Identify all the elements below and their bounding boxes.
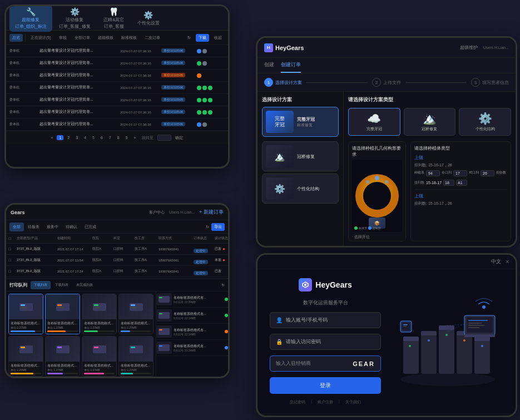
- queue-item[interactable]: 名称标签系统格式... 单位:1.27MB: [45, 336, 80, 377]
- table-row[interactable]: 委单机 超出量考量设计牙冠代理简单... 2024-07-27 07:36:36…: [6, 45, 228, 57]
- nav-item-ortho[interactable]: 🦷 正畸&其它 订单_客服: [97, 6, 131, 32]
- toolbar-download[interactable]: 下载: [196, 34, 209, 42]
- password-field[interactable]: 🔒 请输入访问密码: [270, 334, 381, 350]
- table-row[interactable]: 委单机 超出量考量设计牙冠代理简单... 2024-07-27 07:36:36…: [6, 94, 228, 106]
- nav-item-repair[interactable]: 🔧 超能修复 订单_组织_标注: [9, 6, 52, 32]
- design-card-custom[interactable]: ⚙️ 个性化结构: [262, 174, 339, 204]
- right-list-item[interactable]: 名称标签系统格式名... 8月11号 22:34MB: [156, 340, 228, 356]
- row-checkbox[interactable]: ☐: [8, 247, 15, 251]
- queue-header: 打印队列 下载列表 下载列表 未完成列表 ↻: [6, 279, 228, 291]
- table-row[interactable]: 委单机 超出量考量设计牙冠代理简单... 2024-07-27 07:36:36…: [6, 70, 228, 82]
- toolbar-reorder[interactable]: 二次订单: [142, 34, 163, 42]
- next-page[interactable]: »: [132, 135, 138, 140]
- user-info[interactable]: Users H.Lian...: [483, 46, 509, 50]
- row-checkbox[interactable]: ☐: [8, 269, 15, 273]
- page-6[interactable]: 6: [98, 135, 105, 140]
- option-card-custom[interactable]: ⚙️ 个性化结构: [459, 108, 511, 136]
- table-row[interactable]: 委单机 超出量考量设计牙冠代理简单... 2024-07-27 07:36:36…: [6, 106, 228, 118]
- close-btn[interactable]: ×: [506, 259, 509, 265]
- prev-page[interactable]: «: [49, 135, 56, 140]
- right-list-item[interactable]: 名称标签系统格式名... 8月11号 22:34MB: [156, 324, 228, 340]
- nav-item-activity[interactable]: ⚙️ 活动修复 订单_客服_修复: [53, 6, 96, 32]
- queue-tab-download[interactable]: 下载列表: [52, 281, 72, 289]
- spec-input-4[interactable]: [443, 180, 454, 186]
- right-list-item[interactable]: 名称标签系统格式名... 8月11号 22:34MB: [156, 291, 228, 308]
- toolbar-designing[interactable]: 正在设计(5): [28, 34, 54, 42]
- nav-maintenance[interactable]: 超级维护: [460, 45, 478, 51]
- right-item-svg4: [158, 343, 170, 353]
- table-row[interactable]: ☐ 2727_BL2_版版 2021.07.07 17:14 医院A 口腔科 技…: [6, 244, 228, 255]
- toolbar-super-template[interactable]: 超能模板: [95, 34, 116, 42]
- spec-input-3[interactable]: [481, 170, 494, 176]
- svg-rect-30: [159, 344, 170, 351]
- page-8[interactable]: 8: [115, 135, 122, 140]
- toolbar-collapse[interactable]: 收起: [211, 34, 225, 42]
- queue-item[interactable]: 名称标签系统格式... 单位:1.27MB: [8, 336, 43, 377]
- tab-in-service[interactable]: 服务中: [43, 223, 62, 231]
- table-row[interactable]: ☐ 2727_BL2_版版 2021.07.07 17:24 医院A 口腔科 技…: [6, 266, 228, 277]
- queue-refresh[interactable]: ↻: [221, 283, 225, 288]
- status-alert-icon: ●: [222, 246, 225, 251]
- login-button[interactable]: 登录: [270, 377, 381, 394]
- spec-label-range: 排列数: [414, 180, 424, 185]
- tab-create[interactable]: 创建: [264, 58, 274, 73]
- spec-input-2[interactable]: [453, 170, 467, 176]
- cell-status: [197, 61, 225, 66]
- queue-item[interactable]: 名称标签系统格式... 单位:1.27MB: [82, 294, 117, 334]
- forgot-password-link[interactable]: 忘记密码: [290, 399, 305, 405]
- nav-item-settings[interactable]: ⚙️ 个性化设置: [132, 8, 165, 28]
- bl-user[interactable]: Users H.Lian...: [169, 210, 195, 214]
- row-checkbox[interactable]: ☐: [8, 258, 15, 262]
- about-link[interactable]: 关于我们: [345, 399, 361, 405]
- refresh-btn[interactable]: ↻: [204, 223, 211, 231]
- table-row[interactable]: 委单机 超出量考量设计牙冠代理简单... 2024-07-27 07:36:36…: [6, 82, 228, 94]
- queue-tab-incomplete[interactable]: 未完成列表: [73, 281, 96, 289]
- add-new-btn[interactable]: + 新建订单: [199, 209, 224, 216]
- svg-rect-26: [159, 312, 170, 319]
- tab-confirm[interactable]: 待确认: [62, 223, 81, 231]
- queue-tab-downloaded[interactable]: 下载列表: [31, 281, 51, 289]
- page-5[interactable]: 5: [90, 135, 97, 140]
- page-1[interactable]: 1: [57, 135, 63, 140]
- page-2[interactable]: 2: [65, 135, 72, 140]
- page-7[interactable]: 7: [107, 135, 113, 140]
- table-row[interactable]: 委单机 超出量考量设计牙冠代理简单... 2024-07-27 07:36:36…: [6, 57, 228, 70]
- page-4[interactable]: 4: [82, 135, 88, 140]
- link-sep2: |: [339, 399, 340, 405]
- queue-item[interactable]: 名称标签系统格式... 单位:1.27MB: [82, 336, 117, 377]
- spec-input-5[interactable]: [456, 180, 467, 186]
- bl-user-center[interactable]: 客户中心: [149, 210, 165, 215]
- lang-selector[interactable]: 中文: [491, 258, 501, 265]
- row-contact: 18907643041: [159, 259, 192, 262]
- export-btn[interactable]: 导出: [211, 223, 225, 231]
- spec-input-1[interactable]: [426, 170, 440, 176]
- right-list-item[interactable]: 名称标签系统格式名... 8月11号 22:34MB: [156, 308, 228, 324]
- tab-create-order[interactable]: 创建订单: [281, 58, 301, 73]
- svg-rect-5: [21, 304, 25, 306]
- username-field[interactable]: 👤 输入账号/手机号码: [270, 312, 381, 328]
- option-card-bridge[interactable]: 🏔️ 冠桥修复: [404, 108, 456, 136]
- dealer-field[interactable]: 输入入驻经销商 GEAR: [270, 355, 381, 372]
- page-3[interactable]: 3: [73, 135, 80, 140]
- table-row[interactable]: 委单机 超出量考量设计牙冠代理简单... 2024-07-27 07:36:36…: [6, 118, 228, 131]
- toolbar-refresh[interactable]: ↻: [185, 34, 194, 41]
- page-9[interactable]: 9: [123, 135, 130, 140]
- option-card-crown[interactable]: ☁️ 完整牙冠: [348, 108, 400, 136]
- toolbar-review[interactable]: 审核: [56, 34, 70, 42]
- queue-item[interactable]: 名称标签系统格式... 单位:1.27MB: [118, 294, 153, 334]
- queue-item[interactable]: 名称标签系统格式... 单位:1.27MB: [118, 336, 153, 377]
- table-row[interactable]: ☐ 2727_BL2_版版 2021.07.07 13:54 医院A 口腔科 技…: [6, 255, 228, 266]
- tab-all[interactable]: 全部: [9, 223, 24, 231]
- toolbar-standard-template[interactable]: 标准模板: [118, 34, 140, 42]
- toolbar-all-orders[interactable]: 全部订单: [72, 34, 93, 42]
- tab-done[interactable]: 已完成: [81, 223, 100, 231]
- page-jump-input[interactable]: [157, 135, 171, 141]
- register-link[interactable]: 账户注册: [318, 399, 333, 405]
- design-card-crown[interactable]: 完整牙冠 完整牙冠 标准修复: [262, 107, 339, 137]
- toolbar-overview[interactable]: 总览: [9, 34, 23, 42]
- page-jump-btn[interactable]: 确定: [173, 135, 185, 141]
- queue-item[interactable]: 名称标签系统格式... 单位:1.27MB: [45, 294, 80, 334]
- queue-item[interactable]: 名称标签系统格式... 单位:1.27MB: [8, 294, 43, 334]
- design-card-bridge[interactable]: 🏔️ 冠桥修复: [262, 141, 339, 171]
- tab-pending[interactable]: 待服务: [24, 223, 43, 231]
